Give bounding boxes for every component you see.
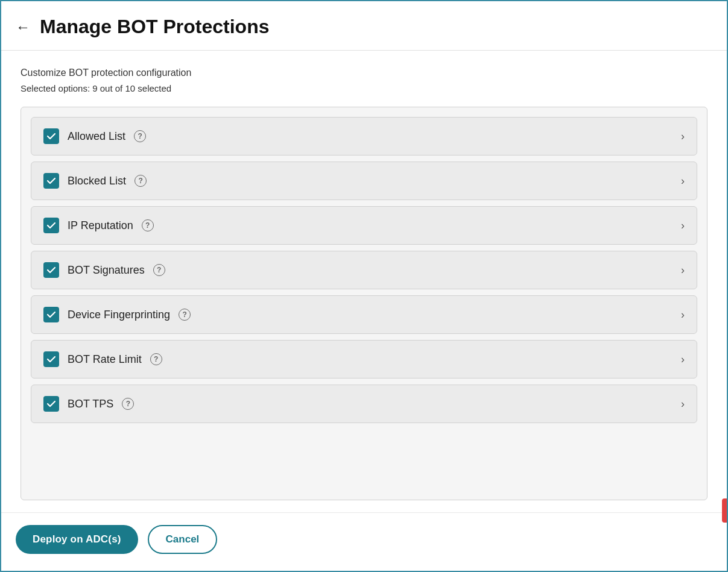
item-label-bot-rate-limit: BOT Rate Limit <box>68 353 142 366</box>
help-icon-ip-reputation[interactable]: ? <box>142 219 154 231</box>
help-icon-blocked-list[interactable]: ? <box>135 175 147 187</box>
item-label-device-fingerprinting: Device Fingerprinting <box>68 309 170 321</box>
chevron-icon-device-fingerprinting: › <box>681 309 685 321</box>
checkbox-ip-reputation[interactable] <box>43 218 59 233</box>
page-container: ← Manage BOT Protections Customize BOT p… <box>0 0 728 572</box>
content-area: Customize BOT protection configuration S… <box>1 51 727 512</box>
chevron-icon-blocked-list: › <box>681 175 685 187</box>
chevron-icon-bot-signatures: › <box>681 264 685 277</box>
selected-info-text: Selected options: 9 out of 10 selected <box>21 83 707 93</box>
protection-item-device-fingerprinting[interactable]: Device Fingerprinting ? › <box>31 295 697 334</box>
chevron-icon-allowed-list: › <box>681 130 685 143</box>
deploy-button[interactable]: Deploy on ADC(s) <box>16 525 138 554</box>
scroll-indicator <box>722 498 727 523</box>
help-icon-device-fingerprinting[interactable]: ? <box>179 309 191 321</box>
checkbox-device-fingerprinting[interactable] <box>43 307 59 322</box>
subtitle-text: Customize BOT protection configuration <box>21 68 707 78</box>
checkbox-bot-tps[interactable] <box>43 396 59 412</box>
item-left-bot-tps: BOT TPS ? <box>43 396 134 412</box>
item-label-allowed-list: Allowed List <box>68 130 125 143</box>
item-left-bot-signatures: BOT Signatures ? <box>43 262 165 278</box>
chevron-icon-bot-tps: › <box>681 398 685 410</box>
footer-actions: Deploy on ADC(s) Cancel <box>1 512 727 571</box>
protection-item-bot-signatures[interactable]: BOT Signatures ? › <box>31 251 697 289</box>
item-left-device-fingerprinting: Device Fingerprinting ? <box>43 307 191 322</box>
page-title: Manage BOT Protections <box>40 16 270 38</box>
item-label-bot-signatures: BOT Signatures <box>68 264 145 277</box>
help-icon-bot-tps[interactable]: ? <box>122 398 134 410</box>
protection-item-allowed-list[interactable]: Allowed List ? › <box>31 117 697 156</box>
item-label-blocked-list: Blocked List <box>68 175 126 187</box>
protection-item-bot-tps[interactable]: BOT TPS ? › <box>31 385 697 423</box>
checkbox-bot-signatures[interactable] <box>43 262 59 278</box>
help-icon-bot-rate-limit[interactable]: ? <box>150 353 162 365</box>
item-label-ip-reputation: IP Reputation <box>68 219 133 232</box>
checkbox-allowed-list[interactable] <box>43 128 59 144</box>
protections-list: Allowed List ? › Blocked List ? › <box>21 107 707 500</box>
item-left-ip-reputation: IP Reputation ? <box>43 218 154 233</box>
chevron-icon-bot-rate-limit: › <box>681 353 685 366</box>
cancel-button[interactable]: Cancel <box>148 525 218 554</box>
help-icon-bot-signatures[interactable]: ? <box>153 264 165 276</box>
item-label-bot-tps: BOT TPS <box>68 398 113 410</box>
protection-item-bot-rate-limit[interactable]: BOT Rate Limit ? › <box>31 340 697 379</box>
protection-item-blocked-list[interactable]: Blocked List ? › <box>31 162 697 200</box>
item-left-allowed-list: Allowed List ? <box>43 128 146 144</box>
item-left-bot-rate-limit: BOT Rate Limit ? <box>43 351 162 367</box>
checkbox-blocked-list[interactable] <box>43 173 59 189</box>
checkbox-bot-rate-limit[interactable] <box>43 351 59 367</box>
back-button[interactable]: ← <box>16 19 30 36</box>
protection-item-ip-reputation[interactable]: IP Reputation ? › <box>31 206 697 245</box>
page-header: ← Manage BOT Protections <box>1 1 727 51</box>
chevron-icon-ip-reputation: › <box>681 219 685 232</box>
item-left-blocked-list: Blocked List ? <box>43 173 147 189</box>
help-icon-allowed-list[interactable]: ? <box>134 130 146 142</box>
